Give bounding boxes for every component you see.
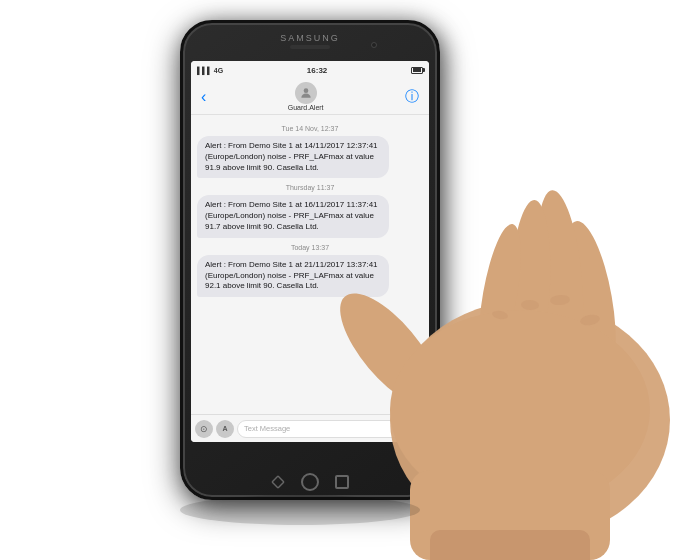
camera-icon: ⊙ [200,424,208,434]
date-label-3: Today 13:37 [197,244,423,251]
date-label-2: Thursday 11:37 [197,184,423,191]
battery-indicator [411,67,423,74]
top-speaker [290,45,330,49]
samsung-brand-label: SAMSUNG [280,33,340,43]
camera-button[interactable]: ⊙ [195,420,213,438]
scene: SAMSUNG ▌▌▌ 4G 16:32 [0,0,700,560]
message-bubble-2: Alert : From Demo Site 1 at 16/11/2017 1… [197,195,389,237]
contact-info[interactable]: Guard.Alert [288,82,324,111]
phone-body: SAMSUNG ▌▌▌ 4G 16:32 [180,20,440,500]
time-display: 16:32 [307,66,327,75]
apps-button[interactable]: A [216,420,234,438]
hardware-recent-button[interactable] [335,475,349,489]
messages-area: Tue 14 Nov, 12:37 Alert : From Demo Site… [191,115,429,414]
contact-name: Guard.Alert [288,104,324,111]
front-camera [371,42,377,48]
hardware-home-button[interactable] [301,473,319,491]
contact-avatar [295,82,317,104]
message-text-2: Alert : From Demo Site 1 at 16/11/2017 1… [205,200,381,232]
phone-screen: ▌▌▌ 4G 16:32 ‹ [191,61,429,442]
message-bubble-3: Alert : From Demo Site 1 at 21/11/2017 1… [197,255,389,297]
back-button[interactable]: ‹ [201,88,206,106]
bottom-nav-bar [271,473,349,491]
send-button[interactable] [407,420,425,438]
message-text-1: Alert : From Demo Site 1 at 14/11/2017 1… [205,141,381,173]
hardware-back-button[interactable] [271,475,285,489]
battery-icon [411,67,423,74]
nav-bar: ‹ Guard.Alert ⓘ [191,79,429,115]
message-bubble-1: Alert : From Demo Site 1 at 14/11/2017 1… [197,136,389,178]
info-button[interactable]: ⓘ [405,88,419,106]
apps-icon: A [222,425,227,432]
date-label-1: Tue 14 Nov, 12:37 [197,125,423,132]
status-bar: ▌▌▌ 4G 16:32 [191,61,429,79]
phone-wrapper: SAMSUNG ▌▌▌ 4G 16:32 [180,20,440,500]
message-input-field[interactable]: Text Message [237,420,404,438]
input-bar: ⊙ A Text Message [191,414,429,442]
battery-fill [413,68,421,72]
send-icon [411,424,421,434]
signal-indicator: ▌▌▌ 4G [197,67,223,74]
avatar-icon [299,86,313,100]
back-arrow-icon: ‹ [201,88,206,106]
message-text-3: Alert : From Demo Site 1 at 21/11/2017 1… [205,260,381,292]
svg-point-0 [303,88,308,93]
message-input-placeholder: Text Message [244,424,290,433]
